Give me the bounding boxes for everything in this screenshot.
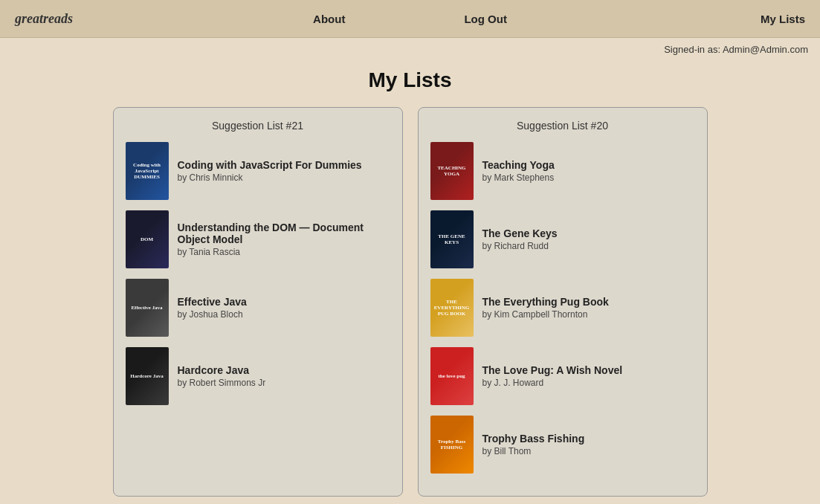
suggestion-list-0: Suggestion List #21Coding with JavaScrip…	[113, 107, 403, 497]
book-info-everything-pug: The Everything Pug Bookby Kim Campbell T…	[482, 296, 609, 320]
book-item-everything-pug[interactable]: THE EVERYTHING PUG BOOKThe Everything Pu…	[430, 279, 695, 337]
book-title-everything-pug: The Everything Pug Book	[482, 296, 609, 308]
book-title-teaching-yoga: Teaching Yoga	[482, 159, 555, 171]
book-cover-trophy-bass: Trophy Bass FISHING	[430, 416, 474, 474]
signed-in-text: Signed-in as: Admin@Admin.com	[664, 44, 808, 55]
book-info-love-pug: The Love Pug: A Wish Novelby J. J. Howar…	[482, 364, 623, 388]
book-info-understanding-dom: Understanding the DOM — Document Object …	[178, 222, 390, 257]
lists-container: Suggestion List #21Coding with JavaScrip…	[0, 107, 820, 504]
book-item-effective-java[interactable]: Effective JavaEffective Javaby Joshua Bl…	[126, 279, 390, 337]
book-author-effective-java: by Joshua Bloch	[178, 309, 247, 320]
book-info-teaching-yoga: Teaching Yogaby Mark Stephens	[482, 159, 555, 183]
suggestion-list-title-1: Suggestion List #20	[430, 120, 695, 132]
book-item-coding-js[interactable]: Coding with JavaScript DUMMIESCoding wit…	[126, 142, 390, 200]
book-item-hardcore-java[interactable]: Hardcore JavaHardcore Javaby Robert Simm…	[126, 347, 390, 405]
navbar: greatreads About Log Out My Lists	[0, 0, 820, 38]
book-cover-coding-js: Coding with JavaScript DUMMIES	[126, 142, 169, 200]
my-lists-link[interactable]: My Lists	[761, 13, 805, 25]
book-title-coding-js: Coding with JavaScript For Dummies	[178, 159, 362, 171]
book-info-hardcore-java: Hardcore Javaby Robert Simmons Jr	[178, 364, 266, 388]
book-title-hardcore-java: Hardcore Java	[178, 364, 266, 376]
book-author-everything-pug: by Kim Campbell Thornton	[482, 309, 609, 320]
page-title: My Lists	[0, 68, 820, 92]
suggestion-list-1: Suggestion List #20TEACHING YOGATeaching…	[418, 107, 708, 497]
book-info-effective-java: Effective Javaby Joshua Bloch	[178, 296, 247, 320]
my-lists-nav: My Lists	[607, 13, 805, 25]
book-author-trophy-bass: by Bill Thom	[482, 446, 585, 456]
book-title-gene-keys: The Gene Keys	[482, 227, 558, 239]
book-title-understanding-dom: Understanding the DOM — Document Object …	[178, 222, 390, 245]
book-title-effective-java: Effective Java	[178, 296, 247, 308]
book-author-coding-js: by Chris Minnick	[178, 172, 362, 183]
book-info-trophy-bass: Trophy Bass Fishingby Bill Thom	[482, 433, 585, 456]
book-author-understanding-dom: by Tania Rascia	[178, 247, 390, 257]
book-cover-hardcore-java: Hardcore Java	[126, 347, 169, 405]
book-author-hardcore-java: by Robert Simmons Jr	[178, 378, 266, 388]
book-item-teaching-yoga[interactable]: TEACHING YOGATeaching Yogaby Mark Stephe…	[430, 142, 695, 200]
book-author-love-pug: by J. J. Howard	[482, 378, 623, 388]
book-item-love-pug[interactable]: the love pugThe Love Pug: A Wish Novelby…	[430, 347, 695, 405]
book-title-love-pug: The Love Pug: A Wish Novel	[482, 364, 623, 376]
suggestion-list-title-0: Suggestion List #21	[126, 120, 390, 132]
book-cover-understanding-dom: DOM	[126, 210, 169, 268]
book-cover-teaching-yoga: TEACHING YOGA	[430, 142, 474, 200]
book-cover-everything-pug: THE EVERYTHING PUG BOOK	[430, 279, 474, 337]
book-item-understanding-dom[interactable]: DOMUnderstanding the DOM — Document Obje…	[126, 210, 390, 268]
brand-logo[interactable]: greatreads	[15, 11, 213, 27]
book-info-gene-keys: The Gene Keysby Richard Rudd	[482, 227, 558, 251]
logout-link[interactable]: Log Out	[404, 13, 566, 25]
book-cover-gene-keys: THE GENE KEYS	[430, 210, 474, 268]
book-item-gene-keys[interactable]: THE GENE KEYSThe Gene Keysby Richard Rud…	[430, 210, 695, 268]
book-cover-effective-java: Effective Java	[126, 279, 169, 337]
signed-in-bar: Signed-in as: Admin@Admin.com	[0, 38, 820, 61]
book-title-trophy-bass: Trophy Bass Fishing	[482, 433, 585, 445]
book-item-trophy-bass[interactable]: Trophy Bass FISHINGTrophy Bass Fishingby…	[430, 416, 695, 474]
book-author-teaching-yoga: by Mark Stephens	[482, 172, 555, 183]
about-link[interactable]: About	[254, 13, 404, 25]
book-cover-love-pug: the love pug	[430, 347, 474, 405]
book-author-gene-keys: by Richard Rudd	[482, 241, 558, 251]
nav-links: About Log Out	[213, 13, 608, 25]
book-info-coding-js: Coding with JavaScript For Dummiesby Chr…	[178, 159, 362, 183]
